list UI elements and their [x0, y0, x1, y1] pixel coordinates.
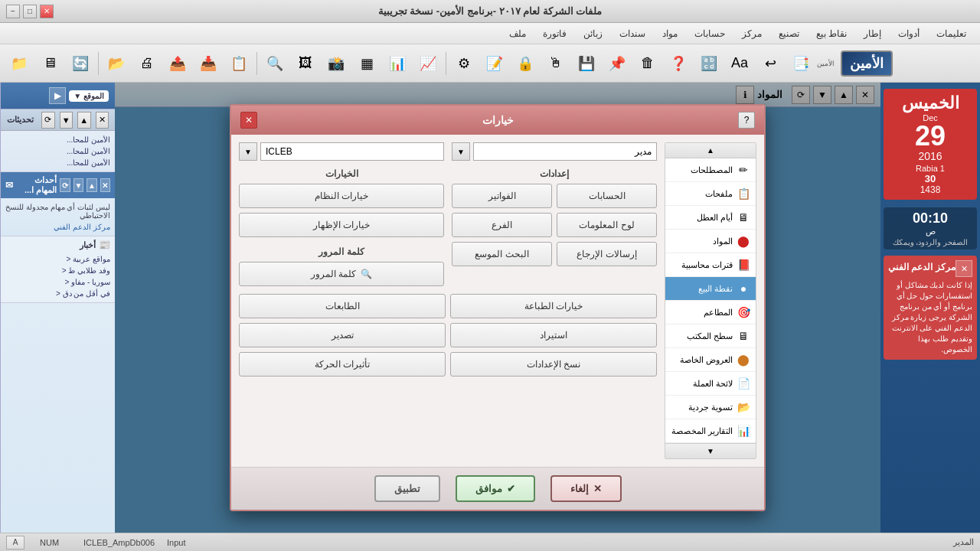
- toolbar-btn-copy[interactable]: 📑: [786, 49, 815, 78]
- cat-item-milfahat[interactable]: 📋 ملفحات: [665, 182, 756, 206]
- support-tasks-up[interactable]: ▲: [87, 178, 96, 192]
- company-dropdown[interactable]: ▼: [239, 142, 257, 161]
- bottom-btn-printers[interactable]: الطابعات: [239, 294, 446, 318]
- toolbar-btn-screen[interactable]: 🖥: [35, 49, 64, 78]
- toolbar-btn-save[interactable]: 💾: [572, 49, 601, 78]
- maximize-button[interactable]: □: [23, 5, 37, 18]
- options-btn-display[interactable]: خيارات الإظهار: [239, 213, 444, 237]
- cat-item-laeeha[interactable]: 📄 لائحة العملة: [665, 372, 756, 396]
- menu-item-taleemat[interactable]: تعليمات: [929, 25, 974, 42]
- settings-btn-fawateer[interactable]: الفواتير: [452, 184, 552, 208]
- support-tasks-down[interactable]: ▼: [74, 178, 83, 192]
- cancel-button[interactable]: ✕ إلغاء: [550, 475, 622, 502]
- menu-item-etar[interactable]: إطار: [856, 25, 889, 42]
- settings-btn-bahth[interactable]: البحث الموسع: [452, 242, 552, 266]
- toolbar-btn-edit[interactable]: 📝: [480, 49, 509, 78]
- cat-scroll-down[interactable]: ▼: [665, 443, 756, 458]
- updates-close-btn[interactable]: ✕: [96, 112, 109, 129]
- bottom-btn-copy-settings[interactable]: نسخ الإعدادات: [450, 352, 657, 377]
- notif-item-2[interactable]: الأمين للمحا...: [5, 145, 110, 157]
- support-close-btn[interactable]: ✕: [956, 260, 972, 277]
- settings-btn-lawh[interactable]: لوح المعلومات: [557, 213, 657, 237]
- news-item-4[interactable]: في أقل من دق <: [5, 288, 110, 299]
- updates-up-btn[interactable]: ▲: [77, 112, 91, 129]
- dialog-title: خيارات: [257, 114, 738, 126]
- toolbar-btn-pin[interactable]: 📌: [603, 49, 632, 78]
- news-item-2[interactable]: وفد طلابي ط <: [5, 265, 110, 276]
- menu-item-nbay[interactable]: نقاط بيع: [808, 25, 854, 42]
- menu-item-hesabat[interactable]: حسابات: [687, 25, 733, 42]
- updates-refresh-btn[interactable]: ⟳: [41, 112, 55, 129]
- menu-item-mawad[interactable]: مواد: [655, 25, 685, 42]
- menu-item-file[interactable]: ملف: [501, 25, 534, 42]
- bottom-btn-import[interactable]: استيراد: [450, 323, 657, 347]
- company-input[interactable]: [260, 142, 444, 161]
- cat-item-orud[interactable]: ⬤ العروض الخاصة: [665, 348, 756, 372]
- user-dropdown[interactable]: ▼: [452, 142, 470, 161]
- menu-item-fatura[interactable]: فاتورة: [535, 25, 574, 42]
- news-item-3[interactable]: سوريا - مفاو <: [5, 276, 110, 288]
- toolbar-btn-search[interactable]: 🔍: [260, 49, 289, 78]
- updates-down-btn[interactable]: ▼: [60, 112, 74, 129]
- password-btn[interactable]: 🔍 كلمة المرور: [239, 262, 444, 286]
- toolbar-btn-open[interactable]: 📂: [102, 49, 131, 78]
- toolbar-btn-cursor[interactable]: 🖱: [541, 49, 570, 78]
- cat-item-nokta[interactable]: ● نقطة البيع: [665, 277, 756, 301]
- cat-item-taqareer[interactable]: 📊 التقارير المخصصة: [665, 419, 756, 443]
- toolbar-btn-graph[interactable]: 📈: [413, 49, 443, 78]
- toolbar-btn-text1[interactable]: 🔡: [694, 49, 724, 78]
- toolbar-btn-barcode[interactable]: ▦: [352, 49, 381, 78]
- settings-btn-fara[interactable]: الفرع: [452, 213, 552, 237]
- cat-item-mustalahaat[interactable]: ✏ المصطلحات: [665, 158, 756, 182]
- dialog-close-btn[interactable]: ✕: [240, 112, 257, 129]
- toolbar-btn-image[interactable]: 🖼: [291, 49, 320, 78]
- dialog-help-btn[interactable]: ?: [738, 112, 755, 129]
- support-tasks-close[interactable]: ✕: [100, 178, 110, 192]
- toolbar-btn-chart[interactable]: 📊: [383, 49, 412, 78]
- toolbar-btn-lock[interactable]: 🔒: [511, 49, 540, 78]
- menu-item-tasneea[interactable]: تصنيع: [771, 25, 807, 42]
- cat-item-mataem[interactable]: 🎯 المطاعم: [665, 301, 756, 324]
- news-item-1[interactable]: مواقع عربية <: [5, 253, 110, 265]
- options-btn-system[interactable]: خيارات النظام: [239, 184, 444, 208]
- lang-btn[interactable]: A: [6, 536, 24, 549]
- toolbar-btn-trash[interactable]: 🗑: [633, 49, 662, 78]
- menu-item-markaz[interactable]: مركز: [734, 25, 769, 42]
- toolbar-btn-clipboard[interactable]: 📋: [224, 49, 253, 78]
- minimize-button[interactable]: −: [6, 5, 20, 18]
- toolbar-btn-download[interactable]: 📥: [194, 49, 223, 78]
- toolbar-btn-undo[interactable]: ↩: [756, 49, 785, 78]
- support-tasks-link[interactable]: مركز الدعم الفني: [5, 223, 110, 231]
- cat-item-sath[interactable]: 🖥 سطح المكتب: [665, 324, 756, 348]
- cat-item-taswia[interactable]: 📂 تسوية جردية: [665, 396, 756, 419]
- toolbar-btn-help[interactable]: ❓: [664, 49, 693, 78]
- cat-item-fataraat[interactable]: 📕 قترات محاسبية: [665, 253, 756, 277]
- bottom-btn-export[interactable]: تصدير: [239, 323, 446, 347]
- toolbar-btn-text2[interactable]: Aa: [725, 49, 754, 78]
- toolbar-btn-upload[interactable]: 📤: [163, 49, 192, 78]
- menu-item-zababin[interactable]: زبائن: [576, 25, 610, 42]
- bottom-btn-effects[interactable]: تأثيرات الحركة: [239, 352, 446, 377]
- location-dropdown[interactable]: الموقع ▼: [69, 90, 109, 102]
- settings-btn-irsal[interactable]: إرسالات الإرجاع: [557, 242, 657, 266]
- close-button[interactable]: ✕: [40, 5, 54, 18]
- toolbar-btn-settings[interactable]: ⚙: [449, 49, 479, 78]
- bottom-btn-print[interactable]: خيارات الطباعة: [450, 294, 657, 318]
- cat-scroll-up[interactable]: ▲: [665, 143, 756, 158]
- toolbar-btn-folder[interactable]: 📁: [5, 49, 34, 78]
- menu-item-adawat[interactable]: أدوات: [890, 25, 927, 42]
- cat-item-mawad[interactable]: ⬤ المواد: [665, 230, 756, 253]
- ok-button[interactable]: ✔ موافق: [456, 475, 535, 502]
- support-tasks-refresh[interactable]: ⟳: [60, 178, 70, 192]
- user-input[interactable]: [473, 142, 657, 161]
- settings-btn-hesabat[interactable]: الحسابات: [557, 184, 657, 208]
- cat-item-ayyam[interactable]: 🖥 أيام العطل: [665, 206, 756, 230]
- notif-item-3[interactable]: الأمين للمحا...: [5, 157, 110, 168]
- toolbar-btn-refresh[interactable]: 🔄: [66, 49, 95, 78]
- notif-item-1[interactable]: الأمين للمحا...: [5, 134, 110, 145]
- apply-button[interactable]: تطبيق: [374, 475, 440, 502]
- menu-item-sanadات[interactable]: سندات: [612, 25, 653, 42]
- right-panel-expand[interactable]: ▶: [49, 87, 66, 104]
- toolbar-btn-camera[interactable]: 📸: [322, 49, 351, 78]
- toolbar-btn-print[interactable]: 🖨: [132, 49, 162, 78]
